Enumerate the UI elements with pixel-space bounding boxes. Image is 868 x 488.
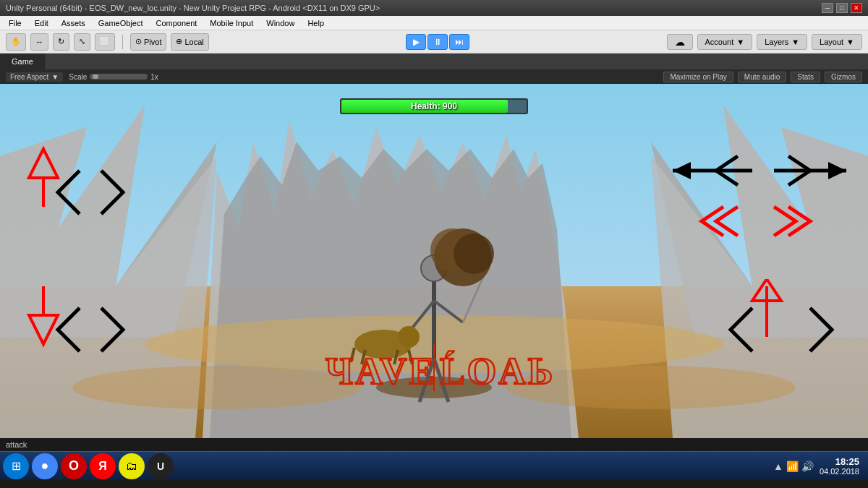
scale-label: Scale xyxy=(69,73,87,81)
tray-arrow-icon[interactable]: ▲ xyxy=(773,461,783,472)
unity-app[interactable]: U xyxy=(148,453,174,479)
layout-button[interactable]: Layout ▼ xyxy=(812,34,862,50)
right-arrow-black[interactable] xyxy=(774,156,846,185)
system-tray: ▲ 📶 🔊 xyxy=(773,461,814,472)
layers-button[interactable]: Layers ▼ xyxy=(757,34,807,50)
menu-component[interactable]: Component xyxy=(150,18,203,28)
time-display: 18:25 xyxy=(820,456,859,467)
game-tab[interactable]: Game xyxy=(0,53,46,69)
local-label: Local xyxy=(184,38,203,46)
cloud-icon: ☁ xyxy=(675,36,685,48)
toolbar: ✋ ↔ ↻ ⤡ ⬜ ⊙ Pivot ⊕ Local ▶ ⏸ ⏭ ☁ Accoun… xyxy=(0,30,868,53)
left-bottom-runes xyxy=(7,279,152,409)
tray-speaker-icon[interactable]: 🔊 xyxy=(801,461,814,472)
menu-gameobject[interactable]: GameObject xyxy=(93,18,149,28)
layers-dropdown-icon: ▼ xyxy=(791,38,799,46)
explorer-icon: 🗂 xyxy=(126,460,137,473)
layers-label: Layers xyxy=(765,38,788,46)
menu-help[interactable]: Help xyxy=(302,18,330,28)
right-rune-black-2[interactable] xyxy=(101,308,123,351)
menu-assets[interactable]: Assets xyxy=(56,18,91,28)
up-rune-red-right[interactable] xyxy=(752,279,781,337)
left-rune-black[interactable] xyxy=(58,171,80,214)
close-button[interactable]: ✕ xyxy=(851,3,862,13)
local-button[interactable]: ⊕ Local xyxy=(171,33,208,51)
pivot-button[interactable]: ⊙ Pivot xyxy=(130,33,166,51)
left-arrow-black[interactable] xyxy=(673,156,752,185)
menu-mobile-input[interactable]: Mobile Input xyxy=(204,18,259,28)
date-display: 04.02.2018 xyxy=(820,467,859,476)
move-tool[interactable]: ↔ xyxy=(30,33,48,51)
right-top-runes xyxy=(658,142,861,272)
play-controls: ▶ ⏸ ⏭ xyxy=(406,34,469,50)
left-rune-black-2[interactable] xyxy=(58,308,80,351)
play-button[interactable]: ▶ xyxy=(406,34,426,50)
scale-tool[interactable]: ⤡ xyxy=(74,33,90,51)
yandex-icon: Я xyxy=(98,460,107,473)
aspect-dropdown[interactable]: Free Aspect ▼ xyxy=(6,72,63,82)
pivot-label: Pivot xyxy=(144,38,161,46)
maximize-button[interactable]: □ xyxy=(836,3,848,13)
left-bottom-rune-svg[interactable] xyxy=(7,279,152,409)
game-tabbar: Game xyxy=(0,53,868,69)
separator-1 xyxy=(122,35,123,49)
tray-network-icon[interactable]: 📶 xyxy=(786,461,799,472)
game-viewport: Health: 900 xyxy=(0,84,868,438)
right-bottom-runes xyxy=(702,279,861,409)
left-top-rune-svg[interactable] xyxy=(7,142,152,272)
chrome-icon: ● xyxy=(41,458,49,474)
aspect-label: Free Aspect xyxy=(10,73,48,81)
account-button[interactable]: Account ▼ xyxy=(697,34,753,50)
health-bar: Health: 900 xyxy=(340,98,528,114)
rotate-tool[interactable]: ↻ xyxy=(53,33,69,51)
menu-file[interactable]: File xyxy=(3,18,27,28)
svg-marker-28 xyxy=(29,149,58,178)
pause-button[interactable]: ⏸ xyxy=(427,34,448,50)
layout-label: Layout xyxy=(820,38,843,46)
maximize-on-play-button[interactable]: Maximize on Play xyxy=(663,72,733,82)
left-bracket-black-right[interactable] xyxy=(731,308,752,351)
window-controls: ─ □ ✕ xyxy=(822,3,862,13)
taskbar-clock[interactable]: 18:25 04.02.2018 xyxy=(820,456,859,476)
right-chevron-red[interactable] xyxy=(774,207,810,236)
svg-point-27 xyxy=(454,234,494,274)
right-top-rune-svg[interactable] xyxy=(658,142,861,272)
local-icon: ⊕ xyxy=(176,37,182,46)
save-load-svg: ЧAVE ĹOAЬ xyxy=(311,337,557,395)
cloud-button[interactable]: ☁ xyxy=(667,34,693,50)
title-bar: Unity Personal (64bit) - EOS_DW_new_loc.… xyxy=(0,0,868,16)
down-rune-red[interactable] xyxy=(29,286,58,344)
left-chevron-red[interactable] xyxy=(702,207,738,236)
step-button[interactable]: ⏭ xyxy=(449,34,469,50)
save-load-text: ЧAVE ĹOAЬ xyxy=(311,337,557,395)
hand-tool[interactable]: ✋ xyxy=(6,33,26,51)
gizmos-button[interactable]: Gizmos xyxy=(825,72,862,82)
pivot-icon: ⊙ xyxy=(135,37,142,46)
right-bottom-rune-svg[interactable] xyxy=(702,279,861,409)
right-rune-black[interactable] xyxy=(101,171,123,214)
menu-bar: File Edit Assets GameObject Component Mo… xyxy=(0,16,868,30)
stats-button[interactable]: Stats xyxy=(791,72,820,82)
scale-slider[interactable] xyxy=(90,74,148,80)
yandex-app[interactable]: Я xyxy=(90,453,116,479)
opera-icon: O xyxy=(69,458,79,474)
start-button[interactable]: ⊞ xyxy=(3,453,29,479)
menu-edit[interactable]: Edit xyxy=(29,18,54,28)
menu-window[interactable]: Window xyxy=(260,18,300,28)
attack-status: attack xyxy=(6,440,27,449)
up-rune-red[interactable] xyxy=(29,149,58,207)
opera-app[interactable]: O xyxy=(61,453,87,479)
window-title: Unity Personal (64bit) - EOS_DW_new_loc.… xyxy=(6,4,380,12)
chrome-app[interactable]: ● xyxy=(32,453,58,479)
svg-marker-35 xyxy=(828,162,846,179)
scale-area: Scale 1x xyxy=(69,73,158,81)
game-toolbar-right: Maximize on Play Mute audio Stats Gizmos xyxy=(663,72,862,82)
aspect-dropdown-icon: ▼ xyxy=(51,73,59,81)
mute-audio-button[interactable]: Mute audio xyxy=(738,72,786,82)
right-bracket-black-right[interactable] xyxy=(810,308,832,351)
taskbar: ⊞ ● O Я 🗂 U ▲ 📶 🔊 18:25 04.02.2018 xyxy=(0,451,868,480)
rect-tool[interactable]: ⬜ xyxy=(95,33,115,51)
explorer-app[interactable]: 🗂 xyxy=(119,453,145,479)
minimize-button[interactable]: ─ xyxy=(822,3,833,13)
account-dropdown-icon: ▼ xyxy=(736,38,744,46)
